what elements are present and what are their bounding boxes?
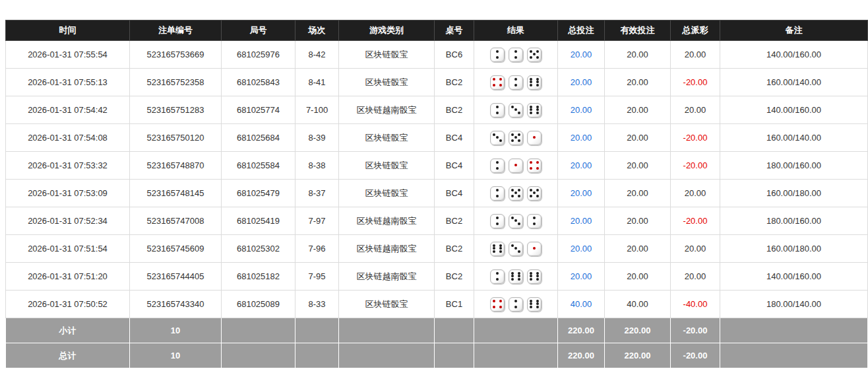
die-pip-cell (499, 84, 502, 87)
cell-valid-bet: 20.00 (605, 235, 671, 263)
die-pip (536, 56, 539, 59)
cell-result (474, 96, 558, 124)
die-pip (518, 112, 520, 114)
cell-round-id: 681025089 (222, 291, 295, 318)
col-header-game-type: 游戏类别 (339, 20, 435, 41)
cell-bet-id: 523165748145 (130, 180, 222, 207)
die-1-icon (509, 158, 523, 173)
cell-time: 2026-01-31 07:52:34 (6, 207, 130, 235)
cell-total-bet-link[interactable]: 20.00 (558, 263, 605, 291)
cell-total-bet-link[interactable]: 20.00 (558, 180, 605, 207)
die-pip-cell (536, 306, 539, 309)
table-body: 2026-01-31 07:55:54523165753669681025976… (6, 41, 868, 318)
cell-remark: 140.00/160.00 (720, 96, 868, 124)
die-2-icon (490, 214, 505, 228)
cell-total-bet-link[interactable]: 20.00 (558, 69, 605, 96)
die-pip-cell (536, 223, 539, 226)
col-header-session: 场次 (295, 20, 339, 41)
cell-remark: 180.00/140.00 (720, 291, 868, 318)
cell-table-no: BC2 (435, 263, 474, 291)
table-row: 2026-01-31 07:54:08523165750120681025684… (6, 124, 868, 152)
cell-game-type: 区块链骰宝 (339, 291, 435, 318)
die-6-icon (509, 269, 523, 284)
die-5-icon (527, 186, 542, 201)
cell-total-bet-link[interactable]: 20.00 (558, 124, 605, 152)
cell-session: 8-41 (295, 69, 339, 96)
die-3-icon (509, 214, 523, 228)
cell-table-no: BC2 (435, 207, 474, 235)
cell-result (474, 263, 558, 291)
footer-table-no (435, 343, 474, 368)
subtotal-row: 小计10220.00220.00-20.00 (6, 318, 868, 343)
cell-total-bet-link[interactable]: 40.00 (558, 291, 605, 318)
cell-table-no: BC2 (435, 235, 474, 263)
footer-count: 10 (130, 343, 222, 368)
cell-session: 8-38 (295, 152, 339, 180)
die-pip (536, 306, 539, 308)
table-row: 2026-01-31 07:50:52523165743340681025089… (6, 291, 868, 318)
footer-valid-bet: 220.00 (605, 318, 671, 343)
footer-game-type (339, 318, 435, 343)
table-row: 2026-01-31 07:52:34523165747008681025419… (6, 207, 868, 235)
cell-time: 2026-01-31 07:51:54 (6, 235, 130, 263)
footer-game-type (339, 343, 435, 368)
table-row: 2026-01-31 07:53:32523165748870681025584… (6, 152, 868, 180)
cell-result (474, 41, 558, 69)
die-pip-cell (499, 112, 502, 115)
cell-session: 8-42 (295, 41, 339, 69)
col-header-table-no: 桌号 (435, 20, 474, 41)
table-row: 2026-01-31 07:53:09523165748145681025479… (6, 180, 868, 207)
footer-total-bet: 220.00 (558, 318, 605, 343)
cell-result (474, 180, 558, 207)
cell-total-bet-link[interactable]: 20.00 (558, 235, 605, 263)
cell-round-id: 681025479 (222, 180, 295, 207)
die-pip-cell (536, 112, 539, 115)
cell-total-bet-link[interactable]: 20.00 (558, 96, 605, 124)
cell-total-bet-link[interactable]: 20.00 (558, 152, 605, 180)
footer-round-id (222, 343, 295, 368)
die-2-icon (527, 214, 542, 228)
col-header-payout: 总派彩 (671, 20, 720, 41)
die-pip-cell (499, 195, 502, 198)
cell-valid-bet: 20.00 (605, 41, 671, 69)
cell-time: 2026-01-31 07:54:42 (6, 96, 130, 124)
cell-remark: 140.00/160.00 (720, 263, 868, 291)
die-pip-cell (499, 167, 502, 170)
footer-session (295, 343, 339, 368)
die-pip-cell (517, 306, 520, 309)
footer-count: 10 (130, 318, 222, 343)
col-header-remark: 备注 (720, 20, 868, 41)
die-5-icon (509, 131, 523, 145)
cell-result (474, 291, 558, 318)
die-pip (536, 167, 539, 170)
cell-valid-bet: 20.00 (605, 69, 671, 96)
die-pip (518, 223, 520, 225)
cell-time: 2026-01-31 07:53:09 (6, 180, 130, 207)
cell-time: 2026-01-31 07:51:20 (6, 263, 130, 291)
cell-session: 7-96 (295, 235, 339, 263)
cell-total-bet-link[interactable]: 20.00 (558, 41, 605, 69)
die-pip (536, 84, 539, 86)
footer-remark (720, 318, 868, 343)
table-row: 2026-01-31 07:54:42523165751283681025774… (6, 96, 868, 124)
footer-result (474, 318, 558, 343)
die-2-icon (509, 48, 523, 62)
cell-table-no: BC6 (435, 41, 474, 69)
cell-table-no: BC2 (435, 69, 474, 96)
die-pip-cell (517, 84, 520, 87)
cell-bet-id: 523165753669 (130, 41, 222, 69)
cell-valid-bet: 20.00 (605, 207, 671, 235)
footer-round-id (222, 318, 295, 343)
cell-round-id: 681025182 (222, 263, 295, 291)
die-pip (499, 250, 502, 253)
die-pip (518, 250, 520, 253)
cell-remark: 160.00/180.00 (720, 180, 868, 207)
cell-total-bet-link[interactable]: 20.00 (558, 207, 605, 235)
cell-bet-id: 523165747008 (130, 207, 222, 235)
col-header-bet-id: 注单编号 (130, 20, 222, 41)
die-pip-cell (499, 56, 502, 59)
footer-table-no (435, 318, 474, 343)
cell-session: 8-33 (295, 291, 339, 318)
cell-bet-id: 523165745609 (130, 235, 222, 263)
cell-payout: -20.00 (671, 124, 720, 152)
